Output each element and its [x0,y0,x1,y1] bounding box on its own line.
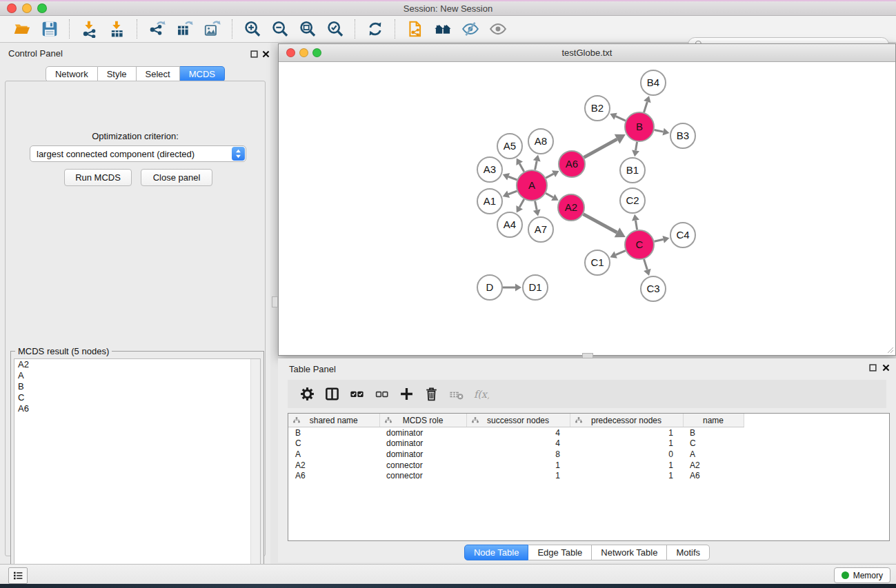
memory-button[interactable]: Memory [834,567,890,583]
table-cell[interactable]: 1 [466,460,570,471]
tab-network-table[interactable]: Network Table [592,545,667,560]
table-cell[interactable]: 4 [466,438,570,449]
close-panel-button[interactable]: Close panel [141,169,212,186]
table-cell[interactable]: 4 [466,427,570,438]
mcds-result-item[interactable]: C [14,392,260,403]
zoom-selected-button[interactable] [325,19,346,39]
table-row[interactable]: A6connector11A6 [288,470,889,481]
run-mcds-button[interactable]: Run MCDS [64,169,132,186]
show-panels-button[interactable] [8,567,28,584]
table-cell[interactable]: dominator [379,427,466,438]
table-row[interactable]: Bdominator41B [288,427,889,438]
float-panel-icon[interactable] [249,49,259,59]
table-cell[interactable]: dominator [379,438,466,449]
deselect-all-button[interactable] [370,384,392,405]
edge-C-C4[interactable] [654,239,663,241]
close-panel-icon[interactable] [261,49,271,59]
edge-A-A7[interactable] [535,201,537,210]
table-cell[interactable]: A2 [288,460,379,471]
mcds-result-item[interactable]: A2 [14,359,260,370]
tab-node-table[interactable]: Node Table [464,545,529,560]
mcds-result-list[interactable]: A2ABCA6 [14,358,261,585]
table-cell[interactable]: 1 [570,460,683,471]
network-window-titlebar[interactable]: testGlobe.txt [279,44,895,62]
edge-A-A5[interactable] [519,163,524,172]
tab-edge-table[interactable]: Edge Table [528,545,592,560]
table-cell[interactable]: connector [379,460,466,471]
hide-graphics-details-button[interactable] [460,19,481,39]
table-settings-button[interactable] [296,384,318,405]
export-network-button[interactable] [147,19,168,39]
table-cell[interactable]: dominator [379,449,466,460]
network-from-file-button[interactable] [405,19,426,39]
column-header-predecessor-nodes[interactable]: predecessor nodes [570,414,683,427]
table-close-panel-icon[interactable] [881,363,891,373]
zoom-fit-button[interactable] [297,19,318,39]
edge-A-A2[interactable] [546,193,553,197]
refresh-button[interactable] [365,19,386,39]
table-row[interactable]: Cdominator41C [288,438,889,449]
select-all-button[interactable] [346,384,368,405]
mcds-result-item[interactable]: B [14,381,260,392]
edge-C-C2[interactable] [635,221,637,230]
add-entry-button[interactable] [395,384,417,405]
save-session-button[interactable] [39,19,60,39]
column-header-successor-nodes[interactable]: successor nodes [466,414,570,427]
table-cell[interactable]: C [288,438,379,449]
table-cell[interactable]: A2 [683,460,744,471]
import-network-button[interactable] [79,19,100,39]
tab-select[interactable]: Select [137,66,180,82]
edge-B-B3[interactable] [655,130,664,132]
table-cell[interactable]: 1 [570,470,683,481]
table-cell[interactable]: 1 [570,427,683,438]
edge-A-A6[interactable] [546,174,553,178]
table-cell[interactable]: 1 [466,470,570,481]
delete-entry-button[interactable] [420,384,442,405]
table-cell[interactable]: B [683,427,744,438]
edge-B-B1[interactable] [636,142,637,151]
table-cell[interactable]: A6 [288,470,379,481]
edge-A-A1[interactable] [508,191,517,194]
vertical-splitter-grip[interactable] [272,296,278,307]
table-cell[interactable]: 0 [570,449,683,460]
table-cell[interactable]: 1 [570,438,683,449]
table-cell[interactable]: C [683,438,744,449]
edge-C-C3[interactable] [644,259,648,270]
table-float-panel-icon[interactable] [868,363,878,373]
home-button[interactable] [432,19,453,39]
criterion-select[interactable]: largest connected component (directed) [30,145,246,162]
mcds-result-item[interactable]: A6 [14,403,260,414]
edge-A-A8[interactable] [535,161,537,170]
table-cell[interactable]: A6 [683,470,744,481]
edge-A-A4[interactable] [519,199,524,207]
column-header-mcds-role[interactable]: MCDS role [379,414,466,427]
zoom-in-button[interactable] [242,19,263,39]
edge-A2-C[interactable] [584,214,617,233]
table-cell[interactable]: A [683,449,744,460]
table-cell[interactable]: 8 [466,449,570,460]
table-cell[interactable]: A [288,449,379,460]
horizontal-splitter-grip[interactable] [582,353,593,358]
toggle-split-button[interactable] [321,384,343,405]
column-header-shared-name[interactable]: shared name [288,414,379,427]
edge-A6-B[interactable] [584,139,617,157]
result-scrollbar-track[interactable] [250,359,260,585]
edge-B-B2[interactable] [616,116,626,121]
table-cell[interactable]: B [288,427,379,438]
column-header-name[interactable]: name [683,414,744,427]
table-row[interactable]: Adominator80A [288,449,889,460]
tab-network[interactable]: Network [46,66,98,82]
zoom-out-button[interactable] [270,19,290,39]
edge-C-C1[interactable] [616,251,626,255]
edge-A-A3[interactable] [508,176,517,180]
show-graphics-details-button[interactable] [488,19,508,39]
tab-mcds[interactable]: MCDS [180,66,225,82]
mcds-result-item[interactable]: A [14,370,260,381]
table-row[interactable]: A2connector11A2 [288,460,889,471]
tab-motifs[interactable]: Motifs [667,545,710,560]
resize-grip-icon[interactable] [887,347,894,354]
import-table-button[interactable] [107,19,128,39]
edge-B-B4[interactable] [644,102,648,112]
export-image-button[interactable] [202,19,223,39]
table-cell[interactable]: connector [379,470,466,481]
